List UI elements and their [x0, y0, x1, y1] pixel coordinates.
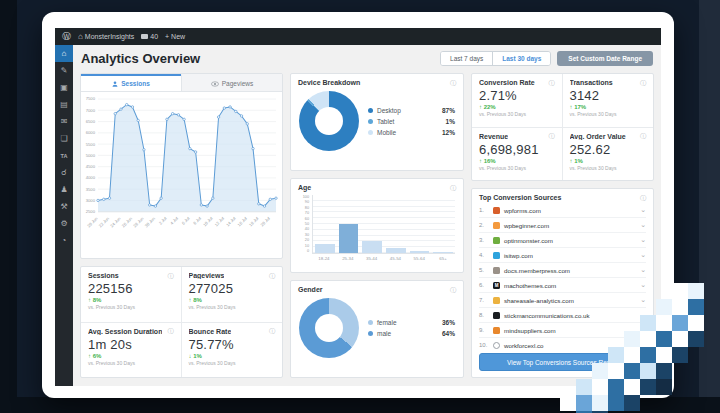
- age-head: Age ⓘ: [291, 179, 463, 193]
- sidebar-item-pages[interactable]: ▤: [55, 96, 73, 113]
- sidebar-item-media[interactable]: ▣: [55, 79, 73, 96]
- metric-change: ↑ 17%: [570, 104, 647, 110]
- source-rank: 2.: [479, 222, 489, 228]
- tab-sessions[interactable]: Sessions: [81, 74, 181, 91]
- metric-value: 3142: [570, 88, 647, 103]
- sidebar-item-tools[interactable]: ⚒: [55, 198, 73, 215]
- legend-label: Mobile: [377, 129, 396, 136]
- svg-text:26 Jun: 26 Jun: [121, 215, 134, 228]
- favicon-isitwp.com: [493, 252, 500, 259]
- pixel-block: [672, 299, 688, 315]
- chevron-down-icon[interactable]: ⌄: [640, 207, 646, 213]
- device-breakdown-body: Desktop87%Tablet1%Mobile12%: [291, 88, 463, 158]
- metric-note: vs. Previous 30 Days: [189, 360, 276, 366]
- legend-value: 87%: [442, 107, 455, 114]
- pixel-block: [592, 395, 608, 411]
- age-category-label: 25-34: [336, 256, 360, 261]
- svg-text:20 Jul: 20 Jul: [260, 216, 271, 228]
- sources-head: Top Conversion Sources ⓘ: [472, 189, 653, 203]
- info-icon[interactable]: ⓘ: [168, 273, 174, 279]
- sidebar-item-comments[interactable]: ✉: [55, 113, 73, 130]
- source-rank: 8.: [479, 312, 489, 318]
- metric-label: Transactions: [570, 79, 613, 86]
- info-icon[interactable]: ⓘ: [450, 185, 456, 191]
- metric-value: 2.71%: [479, 88, 555, 103]
- pixel-block: [640, 331, 656, 347]
- device-breakdown-title: Device Breakdown: [298, 79, 360, 86]
- metric-note: vs. Previous 30 Days: [570, 165, 647, 171]
- info-icon[interactable]: ⓘ: [640, 80, 646, 86]
- legend-dot: [368, 320, 373, 325]
- sidebar-item-users[interactable]: ♟: [55, 181, 73, 198]
- analytics-icon: ◔: [62, 236, 67, 245]
- source-row-isitwp.com[interactable]: 4.isitwp.com⌄: [479, 248, 646, 263]
- info-icon[interactable]: ⓘ: [269, 328, 275, 334]
- source-rank: 4.: [479, 252, 489, 258]
- metric-value: 1m 20s: [88, 337, 174, 352]
- metric-revenue: Revenueⓘ6,698,981↑ 16%vs. Previous 30 Da…: [472, 128, 563, 181]
- source-rank: 6.: [479, 282, 489, 288]
- source-row-docs.memberpress.com[interactable]: 5.docs.memberpress.com⌄: [479, 263, 646, 278]
- last-30-days-button[interactable]: Last 30 days: [492, 52, 550, 65]
- source-row-stickmancommunications.co.uk[interactable]: 8.stickmancommunications.co.uk⌄: [479, 308, 646, 323]
- svg-text:4500: 4500: [86, 164, 96, 169]
- sidebar-item-settings[interactable]: ⚙: [55, 215, 73, 232]
- users-icon: ♟: [60, 185, 67, 194]
- chevron-down-icon[interactable]: ⌄: [640, 237, 646, 243]
- sidebar-item-posts[interactable]: ✎: [55, 62, 73, 79]
- sidebar-item-appearance[interactable]: ❏: [55, 130, 73, 147]
- info-icon[interactable]: ⓘ: [450, 287, 456, 293]
- source-row-mindsuppliers.com[interactable]: 9.mindsuppliers.com: [479, 323, 646, 338]
- metric-change: ↑ 6%: [88, 353, 174, 359]
- svg-text:7500: 7500: [86, 96, 96, 101]
- metric-note: vs. Previous 30 Days: [189, 304, 276, 310]
- pixel-block: [688, 283, 704, 299]
- source-row-machothemes.com[interactable]: 6.Mmachothemes.com⌄: [479, 278, 646, 293]
- info-icon[interactable]: ⓘ: [269, 273, 275, 279]
- legend-label: female: [377, 319, 397, 326]
- sidebar-item-ta-plugin[interactable]: TA: [55, 147, 73, 164]
- info-icon[interactable]: ⓘ: [640, 195, 646, 201]
- appearance-icon: ❏: [60, 134, 67, 143]
- sidebar-item-dashboard[interactable]: ⌂: [55, 45, 73, 62]
- info-icon[interactable]: ⓘ: [640, 133, 646, 139]
- chevron-down-icon[interactable]: ⌄: [640, 252, 646, 258]
- source-row-wpbeginner.com[interactable]: 2.wpbeginner.com⌄: [479, 218, 646, 233]
- wordpress-logo-icon[interactable]: Ⓦ: [62, 32, 71, 41]
- chevron-down-icon[interactable]: ⌄: [640, 297, 646, 303]
- device-legend: Desktop87%Tablet1%Mobile12%: [368, 103, 455, 140]
- chevron-down-icon[interactable]: ⌄: [640, 282, 646, 288]
- svg-text:18 Jul: 18 Jul: [248, 216, 259, 228]
- age-category-label: 35-44: [360, 256, 384, 261]
- chevron-down-icon[interactable]: ⌄: [640, 267, 646, 273]
- info-icon[interactable]: ⓘ: [168, 328, 174, 334]
- pixel-block: [624, 379, 640, 395]
- metric-note: vs. Previous 30 Days: [88, 360, 174, 366]
- admin-bar-site-link[interactable]: ⌂ MonsterInsights: [78, 32, 134, 41]
- age-chart-body: 1009080706050403020100: [291, 193, 463, 255]
- info-icon[interactable]: ⓘ: [549, 80, 555, 86]
- sidebar-item-analytics[interactable]: ◔: [55, 232, 73, 249]
- chevron-down-icon[interactable]: ⌄: [640, 222, 646, 228]
- source-row-wpforms.com[interactable]: 1.wpforms.com⌄: [479, 203, 646, 218]
- metric-label: Revenue: [479, 133, 508, 140]
- set-custom-date-range-button[interactable]: Set Custom Date Range: [557, 51, 653, 66]
- admin-sidebar: ⌂✎▣▤✉❏TA☌♟⚒⚙◔: [55, 45, 73, 386]
- source-row-optinmonster.com[interactable]: 3.optinmonster.com⌄: [479, 233, 646, 248]
- sidebar-item-plugins[interactable]: ☌: [55, 164, 73, 181]
- info-icon[interactable]: ⓘ: [549, 133, 555, 139]
- svg-text:7000: 7000: [86, 108, 96, 113]
- last-7-days-button[interactable]: Last 7 days: [441, 52, 492, 65]
- source-row-shareasale-analytics.com[interactable]: 7.shareasale-analytics.com⌄: [479, 293, 646, 308]
- browser-window: Ⓦ ⌂ MonsterInsights 40 + New ⌂✎▣▤✉❏TA☌♟⚒…: [42, 12, 674, 398]
- admin-bar-comments[interactable]: 40: [141, 33, 158, 40]
- gender-body: female36%male64%: [291, 295, 463, 365]
- age-bar-45-54: [386, 248, 406, 253]
- left-column: Sessions Pageviews 250030003500400045005…: [80, 73, 283, 378]
- info-icon[interactable]: ⓘ: [450, 80, 456, 86]
- tab-pageviews[interactable]: Pageviews: [181, 74, 282, 91]
- metric-label: Pageviews: [189, 272, 225, 279]
- admin-bar-new[interactable]: + New: [165, 33, 185, 40]
- age-title: Age: [298, 184, 311, 191]
- metric-note: vs. Previous 30 Days: [479, 111, 555, 117]
